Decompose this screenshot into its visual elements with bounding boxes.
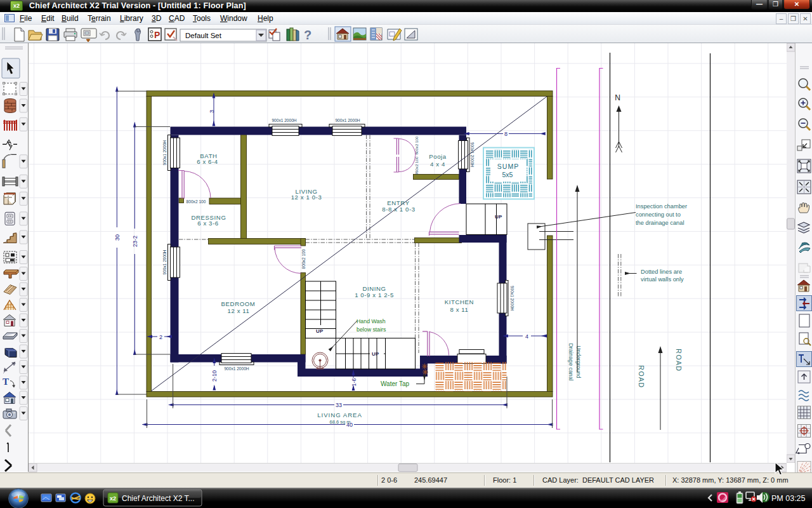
svg-text:KITCHEN: KITCHEN xyxy=(445,298,474,305)
svg-text:UP: UP xyxy=(316,328,324,334)
svg-text:connecting out to: connecting out to xyxy=(636,211,681,218)
svg-text:6 x 6-4: 6 x 6-4 xyxy=(197,158,218,165)
svg-text:Chief Architect X2 T...: Chief Architect X2 T... xyxy=(122,494,195,503)
svg-text:1 0-9 x 1 2-5: 1 0-9 x 1 2-5 xyxy=(355,291,394,298)
svg-text:4 x 4: 4 x 4 xyxy=(430,161,445,168)
svg-text:PM 03:25: PM 03:25 xyxy=(771,494,806,503)
svg-text:x2: x2 xyxy=(110,495,116,502)
svg-text:Water Tap: Water Tap xyxy=(381,380,409,387)
svg-text:8: 8 xyxy=(504,131,508,137)
svg-text:Inspection chamber: Inspection chamber xyxy=(636,203,687,210)
svg-text:6 x 3-6: 6 x 3-6 xyxy=(197,220,219,227)
svg-text:2: 2 xyxy=(159,334,162,340)
svg-text:30: 30 xyxy=(114,234,121,241)
svg-text:BEDROOM: BEDROOM xyxy=(221,300,256,307)
svg-text:33: 33 xyxy=(336,402,342,408)
svg-text:800x2 100: 800x2 100 xyxy=(187,199,206,204)
svg-text:1-6: 1-6 xyxy=(351,378,357,386)
svg-text:900x1 2000H: 900x1 2000H xyxy=(224,366,249,371)
svg-text:900x1 2000H: 900x1 2000H xyxy=(470,142,475,167)
svg-text:12 x 11: 12 x 11 xyxy=(228,307,250,314)
svg-text:900x1 2000H: 900x1 2000H xyxy=(510,286,514,311)
svg-text:LIVING AREA: LIVING AREA xyxy=(317,411,362,418)
svg-text:2-10: 2-10 xyxy=(211,370,218,382)
svg-text:below stairs: below stairs xyxy=(357,326,386,333)
svg-text:800x2 100: 800x2 100 xyxy=(301,249,306,269)
svg-text:800x2 100: 800x2 100 xyxy=(414,136,419,154)
svg-text:900x1 2000H: 900x1 2000H xyxy=(335,118,360,123)
svg-text:900x1 2000H: 900x1 2000H xyxy=(162,140,167,165)
svg-text:P: P xyxy=(154,30,160,40)
svg-text:5x5: 5x5 xyxy=(502,171,513,178)
svg-text:T: T xyxy=(3,377,9,387)
svg-text:12 x 1 0-3: 12 x 1 0-3 xyxy=(291,194,322,201)
svg-text:900x1 2000H: 900x1 2000H xyxy=(162,250,167,274)
svg-text:UP: UP xyxy=(372,351,379,357)
svg-text:the drainage canal: the drainage canal xyxy=(636,220,684,226)
svg-text:Underground: Underground xyxy=(575,345,582,378)
svg-text:8 x 11: 8 x 11 xyxy=(450,306,468,313)
svg-text:N: N xyxy=(615,93,620,102)
svg-text:UP: UP xyxy=(495,214,502,220)
svg-text:virtual walls only: virtual walls only xyxy=(641,276,684,283)
svg-text:ROAD: ROAD xyxy=(675,349,683,371)
svg-text:Pooja: Pooja xyxy=(429,153,447,160)
svg-text:Default Set: Default Set xyxy=(185,32,222,39)
svg-text:8-8 x 1 0-3: 8-8 x 1 0-3 xyxy=(382,206,415,213)
svg-text:Drainage canal: Drainage canal xyxy=(568,343,574,380)
svg-text:Hand Wash: Hand Wash xyxy=(357,318,386,324)
svg-text:?: ? xyxy=(304,28,311,42)
svg-text:23-2: 23-2 xyxy=(132,236,138,247)
svg-text:4: 4 xyxy=(525,333,528,340)
svg-text:900x1 2000H: 900x1 2000H xyxy=(272,118,296,123)
svg-text:SUMP: SUMP xyxy=(497,163,519,170)
svg-text:ROAD: ROAD xyxy=(638,365,645,388)
svg-text:3: 3 xyxy=(209,110,215,113)
svg-text:68.6 sq m: 68.6 sq m xyxy=(330,419,351,425)
svg-text:Dotted lines are: Dotted lines are xyxy=(641,269,682,275)
